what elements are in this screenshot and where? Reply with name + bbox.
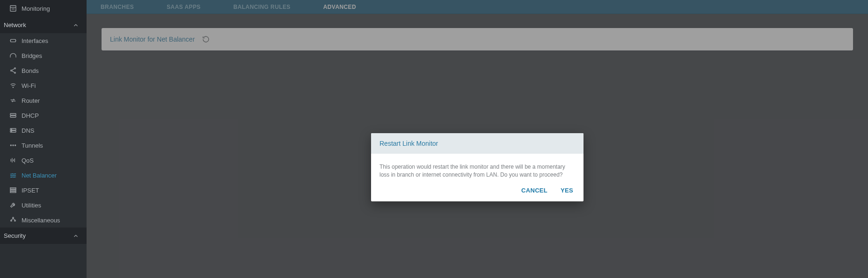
qos-icon: [9, 157, 17, 164]
svg-rect-28: [10, 190, 16, 191]
monitoring-icon: [9, 5, 17, 12]
sidebar-item-miscellaneous[interactable]: Miscellaneous: [0, 213, 87, 228]
svg-point-9: [11, 70, 12, 71]
dialog-body: This operation would restart the link mo…: [371, 154, 584, 183]
svg-line-33: [11, 219, 13, 220]
dialog-actions: CANCEL YES: [371, 183, 584, 201]
svg-point-19: [11, 131, 12, 132]
sidebar-top-label: Monitoring: [22, 5, 50, 12]
yes-button[interactable]: YES: [561, 187, 573, 194]
dialog-title: Restart Link Monitor: [371, 133, 584, 154]
svg-rect-3: [11, 39, 16, 42]
sidebar-item-bonds[interactable]: Bonds: [0, 63, 87, 78]
svg-point-20: [10, 145, 11, 146]
tunnels-icon: [9, 142, 17, 149]
sidebar-item-dns[interactable]: DNS: [0, 123, 87, 138]
sidebar-item-qos[interactable]: QoS: [0, 153, 87, 168]
bridges-icon: [9, 52, 17, 59]
sidebar-item-dhcp[interactable]: DHCP: [0, 108, 87, 123]
svg-rect-14: [10, 114, 16, 115]
svg-rect-15: [10, 116, 16, 117]
misc-icon: [9, 216, 17, 224]
wifi-icon: [9, 82, 17, 89]
sidebar-item-ipset[interactable]: IPSET: [0, 183, 87, 198]
svg-point-13: [13, 87, 13, 87]
svg-line-34: [13, 219, 15, 220]
svg-point-31: [11, 220, 12, 221]
utilities-icon: [9, 201, 17, 209]
router-icon: [9, 97, 17, 104]
dhcp-icon: [9, 112, 17, 119]
sidebar-item-tunnels[interactable]: Tunnels: [0, 138, 87, 153]
svg-point-30: [13, 217, 14, 219]
sidebar: Monitoring Network Interfaces Bridges Bo…: [0, 0, 87, 278]
svg-line-12: [12, 71, 14, 72]
bonds-icon: [9, 67, 17, 74]
svg-rect-27: [10, 188, 16, 189]
svg-rect-0: [10, 6, 16, 11]
sidebar-item-wifi[interactable]: Wi-Fi: [0, 78, 87, 93]
svg-point-18: [11, 129, 12, 129]
svg-point-21: [13, 145, 14, 146]
svg-point-32: [15, 220, 16, 221]
ipset-icon: [9, 186, 17, 194]
interfaces-icon: [9, 37, 17, 44]
sidebar-item-monitoring[interactable]: Monitoring: [0, 0, 87, 17]
sidebar-section-network[interactable]: Network: [0, 17, 87, 33]
sidebar-item-bridges[interactable]: Bridges: [0, 48, 87, 63]
netbalancer-icon: [9, 171, 17, 179]
sidebar-item-utilities[interactable]: Utilities: [0, 198, 87, 213]
sidebar-section-security[interactable]: Security: [0, 228, 87, 244]
sidebar-item-router[interactable]: Router: [0, 93, 87, 108]
svg-rect-29: [10, 192, 16, 193]
restart-link-monitor-dialog: Restart Link Monitor This operation woul…: [371, 133, 584, 201]
chevron-up-icon: [73, 22, 79, 29]
sidebar-item-net-balancer[interactable]: Net Balancer: [0, 168, 87, 183]
chevron-up-icon: [73, 233, 79, 239]
svg-point-8: [15, 68, 16, 69]
svg-point-22: [15, 145, 16, 146]
sidebar-item-interfaces[interactable]: Interfaces: [0, 33, 87, 48]
svg-point-10: [15, 72, 16, 73]
cancel-button[interactable]: CANCEL: [521, 187, 547, 194]
svg-line-11: [12, 69, 14, 70]
dns-icon: [9, 127, 17, 134]
